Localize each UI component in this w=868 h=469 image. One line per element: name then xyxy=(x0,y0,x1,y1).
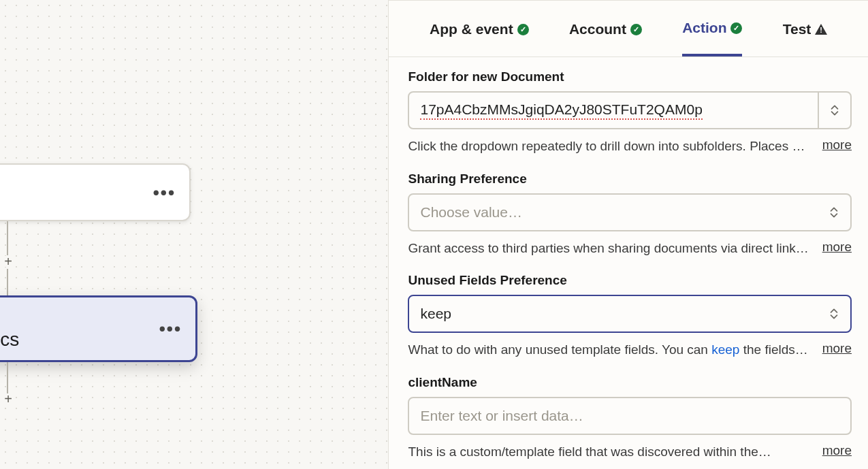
tab-app-event[interactable]: App & event ✓ xyxy=(430,1,529,56)
unused-select-value: keep xyxy=(420,306,451,322)
more-link[interactable]: more xyxy=(822,240,852,255)
clientname-input[interactable] xyxy=(420,408,839,424)
folder-select[interactable]: 17pA4CbzMMsJgiqDA2yJ80STFuT2QAM0p xyxy=(408,91,852,129)
tab-test[interactable]: Test xyxy=(783,1,828,56)
field-label: clientName xyxy=(408,375,852,390)
tab-account[interactable]: Account ✓ xyxy=(569,1,642,56)
tab-label: Test xyxy=(783,21,811,37)
sharing-select-placeholder: Choose value… xyxy=(420,204,521,221)
field-helper: What to do with any unused template fiel… xyxy=(408,341,808,359)
more-link[interactable]: more xyxy=(822,138,852,152)
sharing-select[interactable]: Choose value… xyxy=(408,193,852,231)
field-helper: This is a custom/template field that was… xyxy=(408,443,808,461)
config-panel: App & event ✓ Account ✓ Action ✓ Test Fo… xyxy=(389,0,868,469)
connector-line xyxy=(7,269,8,295)
clientname-input-wrapper[interactable] xyxy=(408,397,852,435)
tab-label: App & event xyxy=(430,21,513,37)
folder-select-value: 17pA4CbzMMsJgiqDA2yJ80STFuT2QAM0p xyxy=(420,101,702,120)
field-helper: Click the dropdown repeatedly to drill d… xyxy=(408,138,808,155)
connector-line xyxy=(7,221,8,255)
tab-label: Action xyxy=(682,20,726,36)
field-label: Unused Fields Preference xyxy=(408,273,852,288)
action-node-label: cument from n Google Docs xyxy=(0,307,19,351)
workflow-canvas[interactable]: d in Airtable ••• + cument from n Google… xyxy=(0,0,389,469)
trigger-node[interactable]: d in Airtable ••• xyxy=(0,163,191,221)
tab-action[interactable]: Action ✓ xyxy=(682,1,742,56)
warning-icon xyxy=(815,24,827,35)
config-tabs: App & event ✓ Account ✓ Action ✓ Test xyxy=(389,0,868,57)
add-step-button[interactable]: + xyxy=(3,256,14,267)
more-link[interactable]: more xyxy=(822,341,852,356)
field-clientname: clientName This is a custom/template fie… xyxy=(408,375,852,461)
trigger-node-menu-button[interactable]: ••• xyxy=(153,182,176,203)
action-node-menu-button[interactable]: ••• xyxy=(159,319,182,340)
add-step-button[interactable]: + xyxy=(3,393,14,404)
field-unused: Unused Fields Preference keep What to do… xyxy=(408,273,852,359)
field-label: Sharing Preference xyxy=(408,172,852,187)
field-folder: Folder for new Document 17pA4CbzMMsJgiqD… xyxy=(408,69,852,155)
select-caret-icon[interactable] xyxy=(818,296,850,331)
more-link[interactable]: more xyxy=(822,443,852,458)
field-label: Folder for new Document xyxy=(408,69,852,84)
field-sharing: Sharing Preference Choose value… Grant a… xyxy=(408,172,852,257)
select-caret-icon[interactable] xyxy=(818,195,850,230)
unused-select[interactable]: keep xyxy=(408,295,852,333)
check-icon: ✓ xyxy=(630,24,642,35)
tab-label: Account xyxy=(569,21,626,37)
select-caret-icon[interactable] xyxy=(818,93,850,128)
check-icon: ✓ xyxy=(730,22,742,34)
check-icon: ✓ xyxy=(517,24,529,35)
connector-line xyxy=(7,362,8,393)
action-form: Folder for new Document 17pA4CbzMMsJgiqD… xyxy=(389,57,868,469)
action-node[interactable]: cument from n Google Docs ••• xyxy=(0,295,197,362)
field-helper: Grant access to third parties when shari… xyxy=(408,240,808,257)
